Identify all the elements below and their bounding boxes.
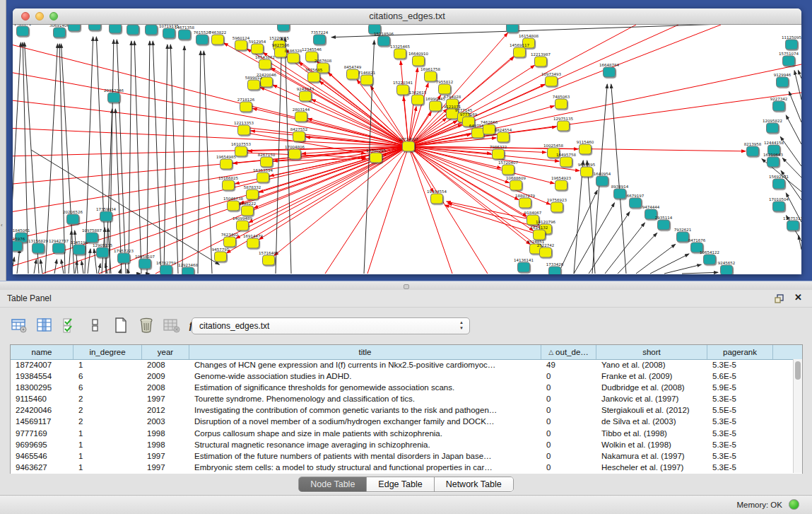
tab-node-table[interactable]: Node Table	[299, 477, 367, 491]
column-header-title[interactable]: title	[189, 345, 541, 359]
graph-edge[interactable]	[445, 205, 539, 235]
graph-edge[interactable]	[664, 264, 701, 274]
row-stack-button[interactable]	[86, 316, 105, 334]
graph-node[interactable]	[17, 26, 29, 36]
table-cell[interactable]: 5.3E-5	[707, 440, 773, 451]
graph-node[interactable]	[777, 77, 789, 87]
table-cell[interactable]: Yano et al. (2008)	[596, 360, 707, 371]
table-cell[interactable]: 18300295	[11, 382, 73, 394]
graph-node[interactable]	[160, 265, 172, 274]
graph-edge[interactable]	[611, 84, 626, 274]
graph-node[interactable]	[259, 59, 271, 69]
graph-node[interactable]	[54, 28, 66, 37]
graph-node[interactable]	[215, 252, 227, 262]
table-cell[interactable]: 2008	[142, 382, 189, 394]
graph-edge[interactable]	[682, 272, 718, 274]
table-cell[interactable]: 0	[541, 462, 596, 474]
graph-node[interactable]	[614, 189, 626, 199]
graph-edge[interactable]	[799, 235, 801, 250]
graph-node[interactable]	[361, 75, 373, 85]
graph-node[interactable]	[118, 253, 130, 263]
graph-node[interactable]	[100, 211, 112, 221]
graph-node[interactable]	[430, 101, 442, 111]
table-cell[interactable]: Wolkin et al. (1998)	[596, 440, 707, 451]
graph-edge[interactable]	[153, 41, 161, 274]
table-cell[interactable]: 5.6E-5	[707, 371, 773, 382]
table-cell[interactable]: 0	[541, 394, 596, 405]
graph-node[interactable]	[534, 230, 546, 240]
graph-edge[interactable]	[81, 261, 83, 274]
table-cell[interactable]: 2	[73, 405, 142, 416]
table-cell[interactable]: 1997	[142, 462, 189, 474]
table-cell[interactable]: 2012	[142, 405, 189, 416]
graph-edge[interactable]	[98, 264, 100, 274]
graph-node[interactable]	[224, 237, 236, 247]
graph-node[interactable]	[179, 30, 191, 40]
graph-node[interactable]	[425, 71, 437, 81]
graph-node[interactable]	[257, 173, 269, 182]
show-columns-button[interactable]	[35, 316, 54, 334]
table-cell[interactable]: 0	[541, 451, 596, 462]
table-cell[interactable]: Estimation of the future numbers of pati…	[189, 451, 541, 462]
column-header-out_de[interactable]: △out_de…	[541, 345, 596, 359]
table-cell[interactable]: 9115460	[11, 394, 73, 405]
table-cell[interactable]: Embryonic stem cells: a model to study s…	[189, 462, 541, 474]
graph-edge[interactable]	[794, 71, 801, 100]
graph-edge[interactable]	[40, 259, 42, 274]
graph-node[interactable]	[237, 221, 249, 230]
table-row[interactable]: 977716911998Corpus callosum shape and si…	[11, 428, 802, 440]
splitter-grip[interactable]	[404, 284, 409, 289]
graph-node[interactable]	[560, 157, 572, 167]
table-cell[interactable]: 9699695	[11, 440, 73, 451]
table-cell[interactable]: 2003	[142, 416, 189, 428]
graph-edge[interactable]	[204, 51, 212, 274]
graph-edge[interactable]	[17, 249, 20, 274]
graph-edge[interactable]	[558, 190, 597, 274]
graph-edge[interactable]	[587, 160, 595, 274]
table-cell[interactable]: 1	[73, 462, 142, 474]
table-cell[interactable]: 1997	[142, 451, 189, 462]
table-cell[interactable]: Disruption of a novel member of a sodium…	[189, 416, 541, 428]
graph-edge[interactable]	[319, 81, 408, 146]
graph-node[interactable]	[431, 194, 443, 204]
table-cell[interactable]: 0	[541, 428, 596, 440]
table-cell[interactable]: 14569117	[11, 416, 73, 428]
table-cell[interactable]: 1998	[142, 428, 189, 440]
table-cell[interactable]: 2009	[142, 371, 189, 382]
table-row[interactable]: 2242004622012Investigating the contribut…	[11, 405, 802, 416]
graph-node[interactable]	[472, 128, 484, 138]
column-header-name[interactable]: name	[11, 345, 73, 359]
graph-node[interactable]	[540, 247, 552, 257]
graph-node[interactable]	[252, 44, 264, 54]
graph-node[interactable]	[242, 206, 254, 216]
graph-node[interactable]	[747, 146, 759, 156]
tab-network-table[interactable]: Network Table	[435, 477, 513, 491]
table-cell[interactable]: 22420046	[11, 405, 73, 416]
table-cell[interactable]: 5.3E-5	[707, 462, 773, 474]
graph-node[interactable]	[289, 149, 301, 159]
table-row[interactable]: 969969511998Structural magnetic resonanc…	[11, 440, 802, 451]
graph-edge[interactable]	[650, 254, 689, 274]
graph-node[interactable]	[704, 255, 716, 264]
graph-node[interactable]	[514, 47, 526, 57]
graph-node[interactable]	[347, 69, 359, 79]
graph-node[interactable]	[97, 247, 109, 257]
graph-node[interactable]	[238, 125, 250, 135]
graph-node[interactable]	[220, 159, 233, 169]
graph-node[interactable]	[413, 56, 425, 66]
table-cell[interactable]: 19384554	[11, 371, 73, 382]
graph-node[interactable]	[403, 141, 415, 151]
horizontal-splitter[interactable]	[0, 281, 812, 290]
graph-node[interactable]	[596, 176, 608, 186]
graph-node[interactable]	[53, 243, 65, 253]
graph-node[interactable]	[555, 99, 567, 109]
graph-node[interactable]	[288, 53, 300, 63]
graph-node[interactable]	[483, 124, 495, 134]
table-cell[interactable]: 0	[541, 405, 596, 416]
table-cell[interactable]: Tourette syndrome. Phenomenology and cla…	[189, 394, 541, 405]
table-cell[interactable]: Jankovic et al. (1997)	[596, 394, 707, 405]
graph-edge[interactable]	[119, 269, 121, 274]
graph-node[interactable]	[677, 232, 689, 242]
table-settings-button[interactable]	[10, 316, 28, 334]
graph-node[interactable]	[146, 25, 158, 35]
